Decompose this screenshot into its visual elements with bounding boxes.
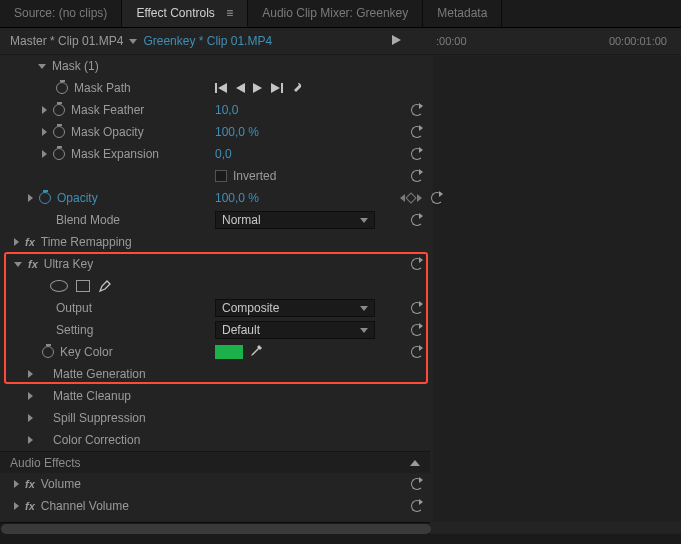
tab-effect-controls[interactable]: Effect Controls ≡ [122, 0, 248, 27]
tab-metadata[interactable]: Metadata [423, 0, 502, 27]
mask-path-transport [215, 82, 303, 94]
key-color-label[interactable]: Key Color [60, 345, 113, 359]
rectangle-mask-icon[interactable] [76, 280, 90, 292]
time-remapping-label[interactable]: Time Remapping [41, 235, 132, 249]
spill-suppression-label[interactable]: Spill Suppression [53, 411, 146, 425]
reset-icon[interactable] [410, 346, 424, 358]
timeline-ruler[interactable]: :00:00 00:00:01:00 [428, 35, 675, 47]
fx-badge-icon: fx [28, 258, 38, 270]
goto-prev-keyframe-icon[interactable] [215, 83, 227, 93]
svg-marker-1 [218, 83, 227, 93]
play-only-icon[interactable] [392, 34, 402, 48]
tab-audio-mixer[interactable]: Audio Clip Mixer: Greenkey [248, 0, 423, 27]
reset-icon[interactable] [410, 258, 424, 270]
stopwatch-icon[interactable] [56, 82, 68, 94]
disclosure-triangle-icon[interactable] [42, 150, 47, 158]
matte-cleanup-label[interactable]: Matte Cleanup [53, 389, 131, 403]
mask-expansion-value[interactable]: 0,0 [215, 147, 232, 161]
mask-opacity-value[interactable]: 100,0 % [215, 125, 259, 139]
reset-icon[interactable] [410, 478, 424, 490]
blend-mode-dropdown[interactable]: Normal [215, 211, 375, 229]
goto-next-keyframe-icon[interactable] [271, 83, 283, 93]
output-value: Composite [222, 301, 279, 315]
setting-value: Default [222, 323, 260, 337]
keyframe-timeline-area[interactable] [433, 56, 681, 522]
master-clip-label[interactable]: Master * Clip 01.MP4 [10, 34, 123, 48]
reset-icon[interactable] [410, 214, 424, 226]
stopwatch-icon[interactable] [53, 104, 65, 116]
output-label[interactable]: Output [56, 301, 92, 315]
chevron-down-icon[interactable] [129, 39, 137, 44]
opacity-label[interactable]: Opacity [57, 191, 98, 205]
collapse-up-icon[interactable] [410, 460, 420, 466]
key-color-swatch[interactable] [215, 345, 243, 359]
channel-volume-label[interactable]: Channel Volume [41, 499, 129, 513]
volume-label[interactable]: Volume [41, 477, 81, 491]
disclosure-triangle-icon[interactable] [38, 64, 46, 69]
stopwatch-icon[interactable] [39, 192, 51, 204]
disclosure-triangle-icon[interactable] [42, 106, 47, 114]
horizontal-scrollbar-track[interactable] [0, 522, 430, 534]
ellipse-mask-icon[interactable] [50, 280, 68, 292]
horizontal-scrollbar-thumb[interactable] [1, 524, 431, 534]
disclosure-triangle-icon[interactable] [42, 128, 47, 136]
disclosure-triangle-icon[interactable] [14, 502, 19, 510]
svg-marker-5 [271, 83, 280, 93]
svg-marker-3 [236, 83, 245, 93]
reset-icon[interactable] [410, 148, 424, 160]
mask-path-label[interactable]: Mask Path [74, 81, 131, 95]
disclosure-triangle-icon[interactable] [14, 262, 22, 267]
chevron-down-icon [360, 218, 368, 223]
matte-generation-label[interactable]: Matte Generation [53, 367, 146, 381]
panel-menu-icon[interactable]: ≡ [226, 6, 233, 20]
reset-icon[interactable] [410, 126, 424, 138]
fx-badge-icon: fx [25, 478, 35, 490]
opacity-value[interactable]: 100,0 % [215, 191, 259, 205]
blend-mode-value: Normal [222, 213, 261, 227]
disclosure-triangle-icon[interactable] [28, 392, 33, 400]
blend-mode-label[interactable]: Blend Mode [56, 213, 120, 227]
eyedropper-icon[interactable] [249, 345, 263, 359]
add-keyframe-icon[interactable] [405, 192, 416, 203]
fx-badge-icon: fx [25, 500, 35, 512]
output-dropdown[interactable]: Composite [215, 299, 375, 317]
tab-source[interactable]: Source: (no clips) [0, 0, 122, 27]
pen-mask-icon[interactable] [98, 279, 112, 293]
play-icon[interactable] [253, 83, 263, 93]
mask-feather-value[interactable]: 10,0 [215, 103, 238, 117]
keyframe-nav [400, 194, 422, 202]
ruler-tick-1: 00:00:01:00 [609, 35, 667, 47]
setting-dropdown[interactable]: Default [215, 321, 375, 339]
mask-feather-label[interactable]: Mask Feather [71, 103, 144, 117]
reset-icon[interactable] [410, 104, 424, 116]
disclosure-triangle-icon[interactable] [14, 480, 19, 488]
stopwatch-icon[interactable] [53, 126, 65, 138]
color-correction-label[interactable]: Color Correction [53, 433, 140, 447]
stopwatch-icon[interactable] [42, 346, 54, 358]
ruler-tick-0: :00:00 [436, 35, 467, 47]
disclosure-triangle-icon[interactable] [28, 194, 33, 202]
sequence-clip-link[interactable]: Greenkey * Clip 01.MP4 [143, 34, 272, 48]
prev-keyframe-icon[interactable] [400, 194, 405, 202]
reset-icon[interactable] [410, 302, 424, 314]
step-back-icon[interactable] [235, 83, 245, 93]
reset-icon[interactable] [430, 192, 444, 204]
mask-opacity-label[interactable]: Mask Opacity [71, 125, 144, 139]
audio-effects-section[interactable]: Audio Effects [0, 451, 430, 473]
inverted-checkbox[interactable] [215, 170, 227, 182]
disclosure-triangle-icon[interactable] [28, 414, 33, 422]
ultra-key-label[interactable]: Ultra Key [44, 257, 93, 271]
disclosure-triangle-icon[interactable] [28, 370, 33, 378]
mask-expansion-label[interactable]: Mask Expansion [71, 147, 159, 161]
stopwatch-icon[interactable] [53, 148, 65, 160]
wrench-icon[interactable] [291, 82, 303, 94]
next-keyframe-icon[interactable] [417, 194, 422, 202]
reset-icon[interactable] [410, 324, 424, 336]
reset-icon[interactable] [410, 500, 424, 512]
disclosure-triangle-icon[interactable] [14, 238, 19, 246]
disclosure-triangle-icon[interactable] [28, 436, 33, 444]
panel-tabs: Source: (no clips) Effect Controls ≡ Aud… [0, 0, 681, 28]
mask-group-label[interactable]: Mask (1) [52, 59, 99, 73]
setting-label[interactable]: Setting [56, 323, 93, 337]
reset-icon[interactable] [410, 170, 424, 182]
